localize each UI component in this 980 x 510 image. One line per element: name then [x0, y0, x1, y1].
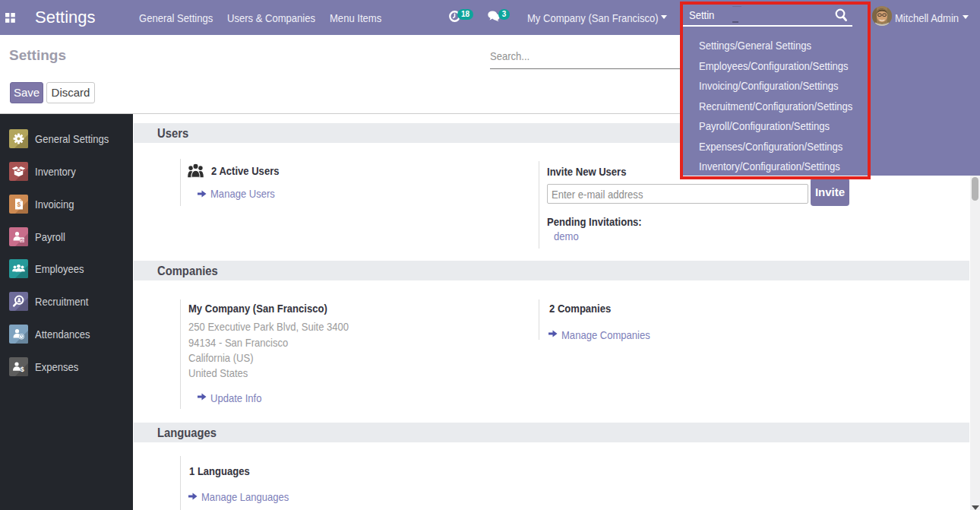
svg-text:$: $ — [21, 366, 24, 373]
svg-text:$: $ — [17, 201, 21, 208]
